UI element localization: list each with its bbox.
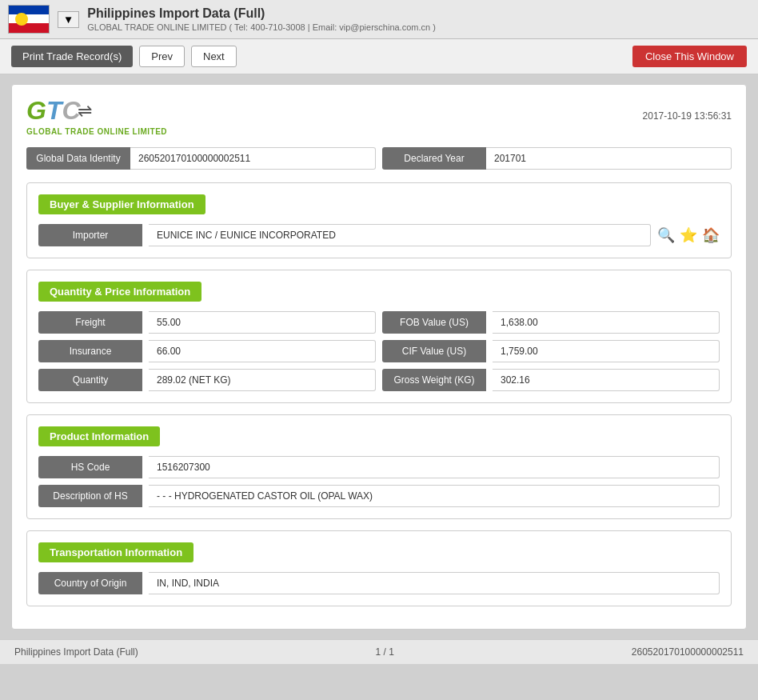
star-icon[interactable]: ⭐ <box>680 226 697 244</box>
app-title: Philippines Import Data (Full) <box>87 6 750 21</box>
product-title: Product Information <box>38 426 160 446</box>
global-data-identity-cell: Global Data Identity 2605201701000000025… <box>26 147 376 170</box>
country-origin-value: IN, IND, INDIA <box>149 572 720 594</box>
hs-code-row: HS Code 1516207300 <box>38 456 720 478</box>
toolbar: Print Trade Record(s) Prev Next Close Th… <box>0 39 758 74</box>
logo-area: G T C ⇌ GLOBAL TRADE ONLINE LIMITED <box>26 96 167 136</box>
prev-button[interactable]: Prev <box>139 46 185 67</box>
global-data-identity-value: 260520170100000002511 <box>130 147 376 170</box>
fob-label: FOB Value (US) <box>382 311 486 334</box>
hs-code-label: HS Code <box>38 456 142 478</box>
title-dropdown[interactable]: ▼ <box>58 11 79 28</box>
buyer-supplier-section: Buyer & Supplier Information Importer EU… <box>26 182 732 258</box>
buyer-supplier-title: Buyer & Supplier Information <box>38 194 205 214</box>
declared-year-label: Declared Year <box>382 147 486 170</box>
transportation-title: Transportation Information <box>38 542 193 562</box>
timestamp: 2017-10-19 13:56:31 <box>643 110 732 122</box>
gross-weight-value: 302.16 <box>493 369 720 391</box>
cif-label: CIF Value (US) <box>382 340 486 362</box>
logo-arrows: ⇌ <box>78 101 92 122</box>
title-block: Philippines Import Data (Full) GLOBAL TR… <box>87 6 750 32</box>
transportation-section: Transportation Information Country of Or… <box>26 530 732 606</box>
declared-year-cell: Declared Year 201701 <box>382 147 732 170</box>
freight-label: Freight <box>38 311 142 334</box>
top-bar: ▼ Philippines Import Data (Full) GLOBAL … <box>0 0 758 39</box>
description-label: Description of HS <box>38 485 142 507</box>
record-card: G T C ⇌ GLOBAL TRADE ONLINE LIMITED 2017… <box>11 84 747 630</box>
quantity-price-title: Quantity & Price Information <box>38 282 201 302</box>
print-button[interactable]: Print Trade Record(s) <box>11 46 133 67</box>
close-button[interactable]: Close This Window <box>632 46 747 67</box>
quantity-price-section: Quantity & Price Information Freight 55.… <box>26 270 732 403</box>
card-header: G T C ⇌ GLOBAL TRADE ONLINE LIMITED 2017… <box>26 96 732 136</box>
logo-t: T <box>46 96 62 126</box>
main-content: G T C ⇌ GLOBAL TRADE ONLINE LIMITED 2017… <box>0 74 758 639</box>
quantity-row: Quantity 289.02 (NET KG) Gross Weight (K… <box>38 369 720 391</box>
importer-icons: 🔍 ⭐ 🏠 <box>657 226 720 244</box>
declared-year-value: 201701 <box>486 147 732 170</box>
logo-full: GLOBAL TRADE ONLINE LIMITED <box>26 127 167 136</box>
freight-value: 55.00 <box>149 311 376 334</box>
fob-value: 1,638.00 <box>493 311 720 334</box>
importer-value: EUNICE INC / EUNICE INCORPORATED <box>149 224 651 246</box>
quantity-value: 289.02 (NET KG) <box>149 369 376 391</box>
footer-center: 1 / 1 <box>376 646 394 658</box>
flag-icon <box>8 5 50 34</box>
home-icon[interactable]: 🏠 <box>702 226 720 244</box>
product-section: Product Information HS Code 1516207300 D… <box>26 414 732 519</box>
cif-value: 1,759.00 <box>493 340 720 362</box>
importer-label: Importer <box>38 224 142 246</box>
insurance-label: Insurance <box>38 340 142 362</box>
next-button[interactable]: Next <box>191 46 237 67</box>
footer-right: 260520170100000002511 <box>632 646 744 658</box>
insurance-value: 66.00 <box>149 340 376 362</box>
quantity-label: Quantity <box>38 369 142 391</box>
logo-img: G T C ⇌ <box>26 96 167 126</box>
logo-g: G <box>26 96 46 126</box>
country-origin-label: Country of Origin <box>38 572 142 594</box>
country-origin-row: Country of Origin IN, IND, INDIA <box>38 572 720 594</box>
description-value: - - - HYDROGENATED CASTOR OIL (OPAL WAX) <box>149 485 720 507</box>
description-row: Description of HS - - - HYDROGENATED CAS… <box>38 485 720 507</box>
search-icon[interactable]: 🔍 <box>657 226 675 244</box>
gross-weight-label: Gross Weight (KG) <box>382 369 486 391</box>
hs-code-value: 1516207300 <box>149 456 720 478</box>
importer-row: Importer EUNICE INC / EUNICE INCORPORATE… <box>38 224 720 246</box>
freight-row: Freight 55.00 FOB Value (US) 1,638.00 <box>38 311 720 334</box>
identity-row: Global Data Identity 2605201701000000025… <box>26 147 732 170</box>
global-data-identity-label: Global Data Identity <box>26 147 130 170</box>
flag-sun <box>15 13 28 26</box>
footer: Philippines Import Data (Full) 1 / 1 260… <box>0 639 758 664</box>
subtitle: GLOBAL TRADE ONLINE LIMITED ( Tel: 400-7… <box>87 22 750 32</box>
insurance-row: Insurance 66.00 CIF Value (US) 1,759.00 <box>38 340 720 362</box>
footer-left: Philippines Import Data (Full) <box>14 646 138 658</box>
